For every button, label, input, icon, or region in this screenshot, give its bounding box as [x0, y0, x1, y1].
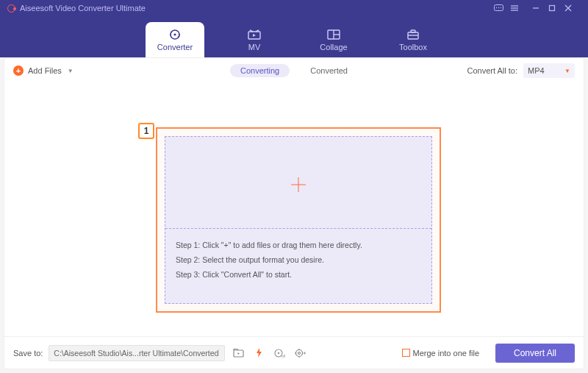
- settings-button[interactable]: [293, 346, 307, 360]
- svg-marker-29: [257, 348, 262, 358]
- divider: [165, 228, 431, 229]
- instructions: Step 1: Click "+" to add files or drag t…: [176, 238, 362, 283]
- segment-converting[interactable]: Converting: [230, 64, 290, 77]
- chevron-down-icon: ▼: [218, 349, 225, 356]
- add-files-button[interactable]: + Add Files ▼: [13, 65, 74, 76]
- high-speed-button[interactable]: off: [272, 346, 287, 360]
- format-value: MP4: [528, 66, 545, 75]
- main-nav: Converter MV Collage Toolbox: [0, 16, 588, 57]
- footer: Save to: C:\Aiseesoft Studio\Ais...rter …: [4, 336, 584, 369]
- drop-area[interactable]: Step 1: Click "+" to add files or drag t…: [165, 136, 432, 304]
- tab-label: MV: [248, 43, 261, 51]
- chevron-down-icon: ▼: [564, 68, 570, 74]
- merge-checkbox[interactable]: Merge into one file: [402, 349, 480, 358]
- open-folder-button[interactable]: [231, 346, 245, 360]
- step-2: Step 2: Select the output format you des…: [176, 253, 362, 268]
- svg-rect-8: [550, 6, 555, 11]
- save-path-value: C:\Aiseesoft Studio\Ais...rter Ultimate\…: [54, 349, 218, 358]
- svg-marker-18: [253, 34, 256, 37]
- minimize-button[interactable]: [532, 4, 548, 12]
- tab-collage[interactable]: Collage: [304, 22, 363, 57]
- toolbox-icon: [406, 28, 420, 41]
- svg-point-34: [298, 352, 301, 354]
- chevron-down-icon: ▼: [68, 68, 74, 74]
- callout-badge: 1: [138, 123, 154, 139]
- tab-converter[interactable]: Converter: [146, 22, 204, 57]
- svg-point-33: [296, 349, 303, 356]
- svg-point-31: [278, 352, 280, 354]
- checkbox-icon: [402, 349, 410, 357]
- save-path-select[interactable]: C:\Aiseesoft Studio\Ais...rter Ultimate\…: [49, 345, 225, 361]
- tab-mv[interactable]: MV: [225, 22, 284, 57]
- maximize-button[interactable]: [548, 4, 564, 12]
- app-logo-icon: [7, 4, 15, 13]
- converter-icon: [168, 28, 182, 41]
- svg-marker-28: [237, 352, 240, 355]
- app-title: Aiseesoft Video Converter Ultimate: [20, 4, 146, 13]
- feedback-icon[interactable]: [494, 4, 510, 13]
- step-3: Step 3: Click "Convert All" to start.: [176, 268, 362, 283]
- gpu-accel-button[interactable]: [251, 346, 266, 360]
- svg-text:off: off: [282, 354, 285, 358]
- close-button[interactable]: [564, 4, 581, 12]
- merge-label: Merge into one file: [413, 349, 480, 358]
- menu-icon[interactable]: [510, 4, 526, 12]
- tab-label: Toolbox: [399, 43, 427, 51]
- add-plus-icon: [165, 175, 431, 194]
- content-panel: + Add Files ▼ Converting Converted Conve…: [4, 57, 584, 369]
- plus-icon: +: [13, 65, 24, 76]
- svg-point-1: [496, 7, 497, 7]
- mv-icon: [247, 28, 262, 41]
- add-files-label: Add Files: [28, 66, 62, 75]
- toolbar: + Add Files ▼ Converting Converted Conve…: [4, 58, 584, 83]
- tab-label: Collage: [320, 43, 347, 51]
- canvas: 1 Step 1: Click "+" to add files or drag…: [4, 83, 584, 336]
- svg-point-12: [173, 33, 176, 35]
- segment-converted[interactable]: Converted: [300, 64, 358, 77]
- convert-all-button[interactable]: Convert All: [495, 344, 575, 363]
- output-format-select[interactable]: MP4 ▼: [523, 63, 575, 78]
- tab-label: Converter: [157, 43, 193, 51]
- svg-point-3: [501, 7, 501, 7]
- svg-rect-23: [411, 30, 415, 32]
- titlebar: Aiseesoft Video Converter Ultimate: [0, 0, 588, 16]
- svg-marker-39: [304, 352, 306, 355]
- step-1: Step 1: Click "+" to add files or drag t…: [176, 238, 362, 253]
- svg-point-2: [498, 7, 499, 7]
- tab-toolbox[interactable]: Toolbox: [384, 22, 442, 57]
- convert-all-to-label: Convert All to:: [467, 66, 517, 75]
- collage-icon: [326, 28, 341, 41]
- save-to-label: Save to:: [13, 349, 43, 358]
- status-segment: Converting Converted: [230, 64, 358, 77]
